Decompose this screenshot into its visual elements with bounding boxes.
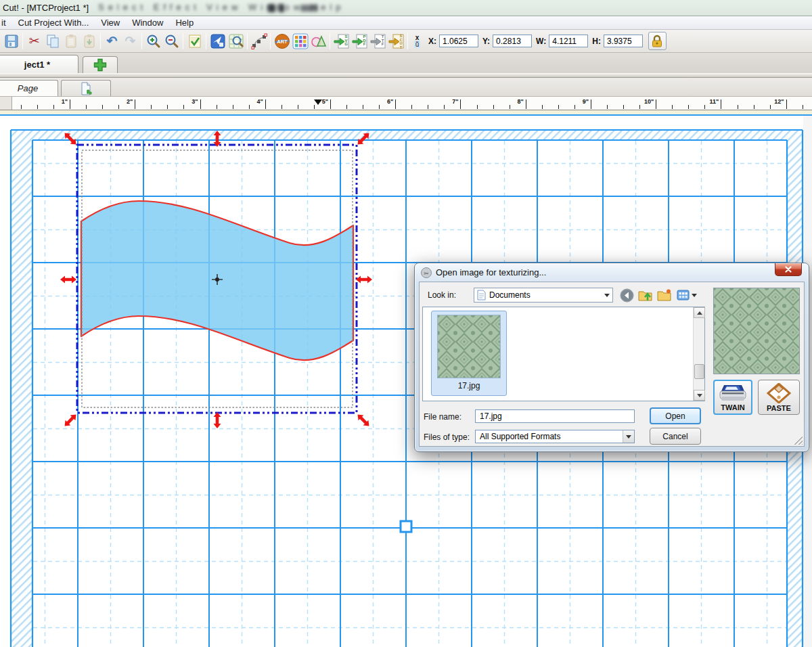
new-project-tab-button[interactable] <box>83 56 118 73</box>
look-in-value: Documents <box>489 290 604 300</box>
ruler-inch-tick <box>591 99 591 109</box>
files-of-type-combobox[interactable]: All Supported Formats <box>475 430 635 443</box>
file-name-input[interactable] <box>475 409 635 423</box>
lock-icon <box>650 35 664 48</box>
cancel-button[interactable]: Cancel <box>650 428 701 445</box>
mat-center-handle[interactable] <box>401 521 411 532</box>
separator <box>407 33 408 49</box>
basic-shapes-icon <box>292 33 309 49</box>
ruler-quarter-tick <box>53 105 54 109</box>
zoom-to-mat-button[interactable] <box>227 32 245 50</box>
combo-dropdown-button[interactable] <box>623 430 634 443</box>
import-scut-button[interactable]: SCUT <box>387 32 405 50</box>
ghost-blob <box>300 5 318 12</box>
triangle-down-icon <box>697 394 702 397</box>
ruler-inch-tick <box>200 99 201 109</box>
zoom-out-button[interactable] <box>162 32 181 50</box>
menu-item-0[interactable]: it <box>0 17 12 28</box>
scroll-up-button[interactable] <box>694 307 705 318</box>
import-pdf-button[interactable]: PDF <box>351 32 369 50</box>
paste-image-button[interactable]: PASTE <box>758 380 800 415</box>
zoom-in-button[interactable] <box>144 32 162 50</box>
tab-project[interactable]: ject1 * <box>0 55 78 73</box>
texture-preview-image <box>714 288 799 374</box>
scroll-down-button[interactable] <box>694 390 705 401</box>
lock-aspect-button[interactable] <box>648 32 667 50</box>
ruler-label-9: 9" <box>571 98 589 105</box>
field-h-input[interactable] <box>604 35 643 47</box>
ruler-label-10: 10" <box>636 98 654 105</box>
dialog-body: Look in: Documents <box>419 282 805 447</box>
file-list-scrollbar[interactable] <box>693 307 704 401</box>
ruler-ticks: 1"2"3"4"5"6"7"8"9"10"11"12" <box>0 97 812 110</box>
field-w-input[interactable] <box>549 35 588 47</box>
tab-page[interactable]: Page <box>0 80 58 96</box>
scrollbar-thumb[interactable] <box>694 364 704 379</box>
close-button[interactable] <box>775 263 802 276</box>
menu-item-3[interactable]: Window <box>126 17 169 28</box>
open-button[interactable]: Open <box>650 407 701 424</box>
copy-button[interactable] <box>43 32 62 50</box>
chevron-down-icon <box>626 435 631 439</box>
ruler-quarter-tick <box>477 105 478 109</box>
virtual-mat-button[interactable] <box>208 32 227 50</box>
field-x-input[interactable] <box>439 35 478 47</box>
paste-in-place-icon <box>82 34 97 49</box>
ruler-quarter-tick <box>672 105 673 109</box>
look-in-combobox[interactable]: Documents <box>474 288 613 303</box>
menu-item-4[interactable]: Help <box>169 17 200 28</box>
mtc-app-icon: ✂ <box>421 267 432 278</box>
import-ttf-button[interactable]: TTF <box>369 32 387 50</box>
art-gallery-button[interactable]: ART <box>273 32 291 50</box>
ruler-quarter-tick <box>314 105 315 109</box>
import-svg-button[interactable]: SVG <box>332 32 351 50</box>
ruler-inch-tick <box>526 99 526 109</box>
ghost-blob <box>279 4 284 12</box>
redo-button[interactable]: ↷ <box>121 32 139 50</box>
paste-button[interactable] <box>62 32 80 50</box>
node-edit-button[interactable] <box>250 32 268 50</box>
file-list[interactable]: 17.jpg <box>422 307 705 401</box>
separator <box>247 33 248 49</box>
dialog-titlebar[interactable]: ✂ Open image for texturizing... <box>415 263 809 282</box>
ruler-quarter-tick <box>37 105 38 109</box>
chevron-down-icon <box>604 294 610 297</box>
menu-bar: itCut Project With...ViewWindowHelp <box>0 16 812 30</box>
separator <box>141 33 142 49</box>
files-of-type-value: All Supported Formats <box>476 432 623 441</box>
twain-button[interactable]: TWAIN <box>713 380 752 415</box>
field-y-input[interactable] <box>493 35 532 47</box>
menu-item-2[interactable]: View <box>95 17 126 28</box>
scanner-icon <box>719 384 747 403</box>
ruler-quarter-tick <box>558 105 559 109</box>
new-folder-button[interactable] <box>656 288 673 303</box>
ruler-quarter-tick <box>542 105 543 109</box>
ruler-quarter-tick <box>167 105 168 109</box>
file-name-field-label: File name: <box>424 412 461 422</box>
svg-text:ART: ART <box>277 39 288 45</box>
ruler-quarter-tick <box>688 105 689 109</box>
ruler-quarter-tick <box>574 105 575 109</box>
paste-icon <box>64 34 78 49</box>
up-folder-button[interactable] <box>637 288 654 303</box>
notes-button[interactable] <box>185 32 204 50</box>
basic-shapes-button[interactable] <box>291 32 309 50</box>
look-in-label: Look in: <box>428 290 456 300</box>
coordinate-mode-toggle[interactable]: x ŭ <box>411 32 423 50</box>
view-menu-button[interactable] <box>675 288 698 303</box>
menu-item-1[interactable]: Cut Project With... <box>12 17 95 28</box>
add-page-tab-button[interactable] <box>61 80 111 96</box>
shapes-button[interactable] <box>309 32 328 50</box>
undo-button[interactable]: ↶ <box>103 32 121 50</box>
file-item-selected[interactable]: 17.jpg <box>431 311 507 396</box>
paste-in-place-button[interactable] <box>80 32 98 50</box>
ruler-quarter-tick <box>754 105 754 109</box>
back-button[interactable] <box>618 288 635 303</box>
ruler-quarter-tick <box>233 105 233 109</box>
field-y: Y: <box>482 35 532 47</box>
save-button[interactable] <box>2 32 20 50</box>
ruler-quarter-tick <box>607 105 608 109</box>
ruler-quarter-tick <box>493 105 494 109</box>
cut-button[interactable]: ✂ <box>25 32 43 50</box>
resize-grip[interactable] <box>794 437 803 445</box>
